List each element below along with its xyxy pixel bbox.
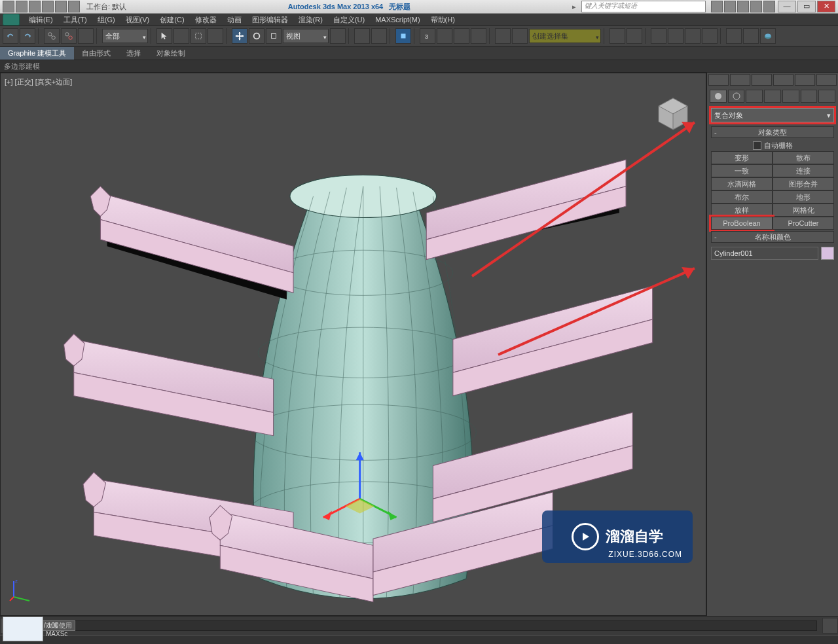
cmd-icon[interactable] xyxy=(752,74,772,86)
redo-icon[interactable] xyxy=(20,28,35,44)
tab-paint[interactable]: 对象绘制 xyxy=(149,47,193,60)
tab-lights-icon[interactable] xyxy=(746,90,763,103)
rollout-object-type[interactable]: 对象类型 xyxy=(711,126,834,138)
menu-group[interactable]: 组(G) xyxy=(92,15,120,25)
cmd-icon[interactable] xyxy=(730,74,750,86)
align-icon[interactable] xyxy=(627,28,642,44)
manip-icon[interactable] xyxy=(354,28,370,44)
menu-customize[interactable]: 自定义(U) xyxy=(328,15,370,25)
tb-icon-placeholder[interactable] xyxy=(750,1,762,12)
bind-icon[interactable] xyxy=(78,28,94,44)
ribbon-subrow[interactable]: 多边形建模 xyxy=(0,60,838,73)
render-setup-icon[interactable] xyxy=(726,28,742,44)
mirror-icon[interactable] xyxy=(610,28,625,44)
curve-editor-icon[interactable] xyxy=(668,28,683,44)
viewcube-icon[interactable] xyxy=(653,93,693,132)
pivot-icon[interactable] xyxy=(330,28,346,44)
create-category-dropdown[interactable]: 复合对象 xyxy=(711,108,834,122)
btn-proboolean[interactable]: ProBoolean xyxy=(711,217,773,230)
cmd-icon[interactable] xyxy=(773,74,793,86)
material-editor-icon[interactable] xyxy=(702,28,718,44)
move-icon[interactable] xyxy=(232,28,247,44)
tab-select[interactable]: 选择 xyxy=(118,47,149,60)
tab-freeform[interactable]: 自由形式 xyxy=(74,47,118,60)
link-icon[interactable] xyxy=(44,28,60,44)
snap-3-icon[interactable]: 3 xyxy=(420,28,435,44)
snap-2d-icon[interactable] xyxy=(395,28,411,44)
menu-render[interactable]: 渲染(R) xyxy=(293,15,328,25)
app-menu-icon[interactable] xyxy=(3,14,20,26)
select-icon[interactable] xyxy=(156,28,172,44)
tab-systems-icon[interactable] xyxy=(818,90,835,103)
btn-loft[interactable]: 放样 xyxy=(711,204,773,217)
cmd-icon[interactable] xyxy=(708,74,729,86)
menu-modifiers[interactable]: 修改器 xyxy=(190,15,222,25)
unlink-icon[interactable] xyxy=(61,28,77,44)
snap-spinner-icon[interactable] xyxy=(471,28,486,44)
workspace-label[interactable]: 工作台: 默认 xyxy=(86,2,126,12)
btn-procutter[interactable]: ProCutter xyxy=(773,217,834,230)
select-rect-icon[interactable] xyxy=(191,28,206,44)
timeline-right-icon[interactable] xyxy=(822,618,838,634)
btn-mesher[interactable]: 网格化 xyxy=(773,204,834,217)
btn-terrain[interactable]: 地形 xyxy=(773,190,834,204)
object-color-swatch[interactable] xyxy=(821,247,834,260)
tb-icon-placeholder[interactable] xyxy=(68,1,80,12)
welcome-popup[interactable]: 欢迎使用 MAXSc xyxy=(3,617,72,641)
refcoord-dropdown[interactable]: 视图 xyxy=(283,29,329,43)
tb-icon-placeholder[interactable] xyxy=(16,1,27,12)
menu-tools[interactable]: 工具(T) xyxy=(58,15,92,25)
named-sel-edit-icon[interactable] xyxy=(512,28,528,44)
tab-graphite[interactable]: Graphite 建模工具 xyxy=(0,47,74,60)
tb-icon-placeholder[interactable] xyxy=(737,1,749,12)
tb-icon-placeholder[interactable] xyxy=(42,1,54,12)
help-search-input[interactable]: 键入关键字或短语 xyxy=(581,1,706,12)
time-slider[interactable]: 0 / 100 xyxy=(21,620,817,631)
min-button[interactable]: — xyxy=(778,1,796,12)
close-button[interactable]: ✕ xyxy=(817,1,835,12)
btn-conform[interactable]: 一致 xyxy=(711,164,773,177)
tb-icon-placeholder[interactable] xyxy=(763,1,775,12)
menu-animation[interactable]: 动画 xyxy=(222,15,247,25)
render-frame-icon[interactable] xyxy=(743,28,759,44)
tb-icon-placeholder[interactable] xyxy=(724,1,736,12)
tb-icon-placeholder[interactable] xyxy=(3,1,14,12)
tab-cameras-icon[interactable] xyxy=(764,90,781,103)
object-name-input[interactable]: Cylinder001 xyxy=(711,247,818,260)
schematic-icon[interactable] xyxy=(685,28,701,44)
btn-shapemerge[interactable]: 图形合并 xyxy=(773,177,834,190)
menu-view[interactable]: 视图(V) xyxy=(120,15,155,25)
menu-create[interactable]: 创建(C) xyxy=(155,15,189,25)
btn-connect[interactable]: 连接 xyxy=(773,164,834,177)
btn-morph[interactable]: 变形 xyxy=(711,151,773,164)
menu-maxscript[interactable]: MAXScript(M) xyxy=(370,16,425,24)
menu-edit[interactable]: 编辑(E) xyxy=(24,15,58,25)
btn-scatter[interactable]: 散布 xyxy=(773,151,834,164)
viewport[interactable]: [+] [正交] [真实+边面] xyxy=(0,73,706,616)
tab-geometry-icon[interactable] xyxy=(710,90,727,103)
cmd-icon[interactable] xyxy=(795,74,815,86)
snap-percent-icon[interactable] xyxy=(454,28,469,44)
btn-boolean[interactable]: 布尔 xyxy=(711,190,773,204)
keyboard-icon[interactable] xyxy=(371,28,387,44)
tab-helpers-icon[interactable] xyxy=(782,90,799,103)
window-cross-icon[interactable] xyxy=(208,28,223,44)
btn-blobmesh[interactable]: 水滴网格 xyxy=(711,177,773,190)
tb-icon-placeholder[interactable] xyxy=(711,1,723,12)
time-ruler[interactable] xyxy=(0,635,838,644)
named-sel-icon[interactable] xyxy=(495,28,511,44)
menu-grapheditors[interactable]: 图形编辑器 xyxy=(247,15,293,25)
max-button[interactable]: ▭ xyxy=(797,1,816,12)
selection-filter-dropdown[interactable]: 全部 xyxy=(102,29,148,43)
tab-spacewarps-icon[interactable] xyxy=(801,90,818,103)
menu-help[interactable]: 帮助(H) xyxy=(426,15,460,25)
select-name-icon[interactable] xyxy=(173,28,189,44)
named-selection-dropdown[interactable]: 创建选择集 xyxy=(529,29,601,43)
rollout-name-color[interactable]: 名称和颜色 xyxy=(711,231,834,243)
scale-icon[interactable] xyxy=(266,28,282,44)
auto-grid-row[interactable]: 自动栅格 xyxy=(707,139,838,151)
cmd-icon[interactable] xyxy=(816,74,837,86)
undo-icon[interactable] xyxy=(3,28,18,44)
rotate-icon[interactable] xyxy=(249,28,264,44)
autogrid-checkbox[interactable] xyxy=(753,141,761,150)
